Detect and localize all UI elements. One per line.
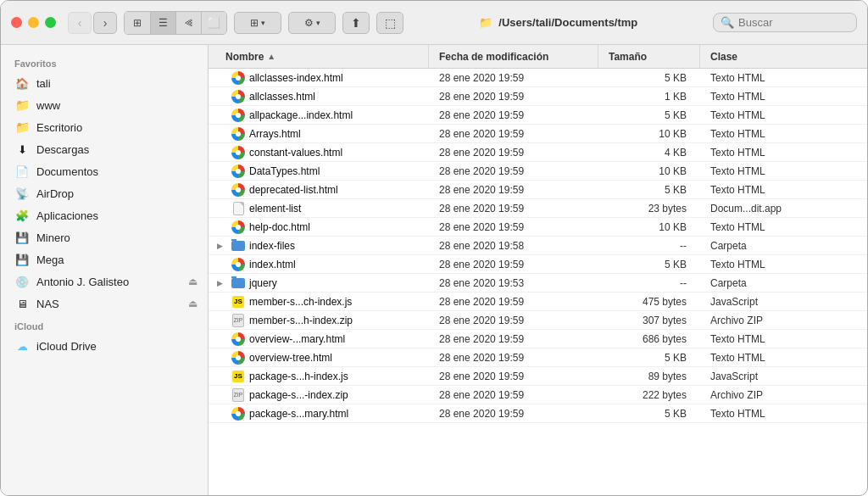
nas-icon: 🖥: [14, 296, 30, 311]
expand-arrow-icon[interactable]: ▶: [217, 242, 227, 250]
html-file-icon: [231, 146, 245, 159]
file-type-cell: Texto HTML: [700, 128, 867, 140]
maximize-button[interactable]: [45, 17, 56, 28]
file-type-cell: Docum...dit.app: [700, 203, 867, 215]
search-input[interactable]: [738, 16, 849, 29]
file-pane: Nombre ▲ Fecha de modificación Tamaño Cl…: [209, 45, 867, 495]
apps-icon: 🧩: [14, 208, 30, 223]
table-row[interactable]: overview-...mary.html 28 ene 2020 19:59 …: [209, 330, 867, 348]
sidebar-item-label: Documentos: [36, 165, 198, 178]
col-header-type[interactable]: Clase: [700, 51, 867, 63]
file-name-cell: package-s...mary.html: [209, 407, 429, 421]
sidebar-item-mega[interactable]: 💾 Mega: [1, 248, 208, 270]
table-row[interactable]: ZIP package-s...-index.zip 28 ene 2020 1…: [209, 386, 867, 404]
file-name-cell: ▶ jquery: [209, 276, 429, 290]
file-type-cell: Texto HTML: [700, 259, 867, 270]
view-list-button[interactable]: ☰: [150, 12, 175, 34]
eject-icon[interactable]: ⏏: [188, 298, 198, 309]
file-name-label: allclasses-index.html: [249, 72, 343, 84]
search-box[interactable]: 🔍: [713, 13, 857, 32]
folder-icon: 📁: [479, 16, 492, 29]
generic-file-icon: [233, 202, 244, 215]
drive-icon: 💾: [14, 230, 30, 245]
table-row[interactable]: JS package-s...h-index.js 28 ene 2020 19…: [209, 367, 867, 386]
sidebar-item-escritorio[interactable]: 📁 Escritorio: [1, 116, 208, 138]
sidebar-item-antonio[interactable]: 💿 Antonio J. Galisteo ⏏: [1, 270, 208, 293]
js-file-icon: JS: [232, 371, 244, 382]
sidebar-item-descargas[interactable]: ⬇ Descargas: [1, 138, 208, 160]
share-button[interactable]: ⬆: [342, 12, 370, 34]
html-file-icon: [231, 332, 245, 346]
view-cover-button[interactable]: ⬜: [201, 12, 226, 34]
zip-file-icon: ZIP: [232, 314, 244, 327]
file-name-label: member-s...ch-index.js: [249, 296, 352, 308]
file-date-cell: 28 ene 2020 19:59: [429, 333, 598, 345]
sidebar-item-documentos[interactable]: 📄 Documentos: [1, 160, 208, 182]
action-button[interactable]: ⚙ ▾: [288, 12, 336, 34]
file-size-cell: 23 bytes: [598, 203, 700, 215]
file-size-cell: 5 KB: [598, 259, 700, 270]
main-area: Favoritos 🏠 tali 📁 www 📁 Escritorio ⬇ De…: [1, 45, 867, 495]
table-row[interactable]: index.html 28 ene 2020 19:59 5 KB Texto …: [209, 255, 867, 274]
airdrop-icon: 📡: [14, 186, 30, 201]
forward-button[interactable]: ›: [93, 12, 117, 34]
house-icon: 🏠: [14, 75, 30, 91]
eject-icon[interactable]: ⏏: [188, 276, 198, 287]
file-date-cell: 28 ene 2020 19:59: [429, 72, 598, 84]
table-row[interactable]: Arrays.html 28 ene 2020 19:59 10 KB Text…: [209, 125, 867, 143]
sidebar-item-icloud-drive[interactable]: ☁ iCloud Drive: [1, 335, 208, 357]
file-date-cell: 28 ene 2020 19:59: [429, 408, 598, 420]
view-icon-button[interactable]: ⊞: [125, 12, 150, 34]
sidebar-item-minero[interactable]: 💾 Minero: [1, 226, 208, 248]
table-row[interactable]: deprecated-list.html 28 ene 2020 19:59 5…: [209, 181, 867, 199]
html-file-icon: [231, 71, 245, 85]
file-name-label: allpackage...index.html: [249, 109, 353, 121]
sidebar-item-nas[interactable]: 🖥 NAS ⏏: [1, 293, 208, 315]
file-name-cell: Arrays.html: [209, 127, 429, 141]
table-row[interactable]: ▶ index-files 28 ene 2020 19:58 -- Carpe…: [209, 237, 867, 255]
window-title: 📁 /Users/tali/Documents/tmp: [410, 16, 706, 29]
file-date-cell: 28 ene 2020 19:59: [429, 91, 598, 103]
table-row[interactable]: help-doc.html 28 ene 2020 19:59 10 KB Te…: [209, 218, 867, 237]
col-header-size[interactable]: Tamaño: [598, 45, 700, 68]
tag-button[interactable]: ⬚: [376, 12, 403, 34]
table-row[interactable]: allclasses.html 28 ene 2020 19:59 1 KB T…: [209, 87, 867, 106]
sidebar-item-aplicaciones[interactable]: 🧩 Aplicaciones: [1, 204, 208, 226]
file-type-cell: JavaScript: [700, 371, 867, 382]
table-row[interactable]: constant-values.html 28 ene 2020 19:59 4…: [209, 143, 867, 162]
back-button[interactable]: ‹: [68, 12, 92, 34]
sidebar-item-www[interactable]: 📁 www: [1, 94, 208, 116]
sidebar-item-tali[interactable]: 🏠 tali: [1, 72, 208, 94]
file-type-cell: Carpeta: [700, 240, 867, 252]
minimize-button[interactable]: [28, 17, 39, 28]
col-header-name[interactable]: Nombre ▲: [209, 45, 429, 68]
file-name-label: constant-values.html: [249, 147, 342, 159]
table-row[interactable]: ZIP member-s...h-index.zip 28 ene 2020 1…: [209, 311, 867, 330]
sidebar-item-airdrop[interactable]: 📡 AirDrop: [1, 182, 208, 204]
file-name-cell: JS member-s...ch-index.js: [209, 295, 429, 309]
search-icon: 🔍: [721, 16, 734, 29]
table-row[interactable]: package-s...mary.html 28 ene 2020 19:59 …: [209, 404, 867, 423]
table-row[interactable]: JS member-s...ch-index.js 28 ene 2020 19…: [209, 293, 867, 311]
html-file-icon: [231, 183, 245, 197]
close-button[interactable]: [11, 17, 22, 28]
table-row[interactable]: overview-tree.html 28 ene 2020 19:59 5 K…: [209, 348, 867, 367]
zip-file-icon: ZIP: [232, 388, 244, 402]
table-row[interactable]: element-list 28 ene 2020 19:59 23 bytes …: [209, 199, 867, 218]
table-row[interactable]: ▶ jquery 28 ene 2020 19:53 -- Carpeta: [209, 274, 867, 293]
file-name-cell: index.html: [209, 258, 429, 271]
file-type-cell: Archivo ZIP: [700, 315, 867, 326]
expand-arrow-icon[interactable]: ▶: [217, 279, 227, 287]
table-row[interactable]: allclasses-index.html 28 ene 2020 19:59 …: [209, 69, 867, 87]
view-column-button[interactable]: ⫷: [175, 12, 201, 34]
table-row[interactable]: allpackage...index.html 28 ene 2020 19:5…: [209, 106, 867, 125]
group-by-button[interactable]: ⊞ ▾: [234, 12, 281, 34]
file-name-cell: overview-...mary.html: [209, 332, 429, 346]
file-type-cell: Texto HTML: [700, 109, 867, 121]
col-header-date[interactable]: Fecha de modificación: [429, 45, 598, 68]
sidebar-item-label: Descargas: [36, 143, 198, 156]
file-name-label: member-s...h-index.zip: [249, 315, 353, 326]
file-size-cell: 5 KB: [598, 408, 700, 420]
view-buttons: ⊞ ☰ ⫷ ⬜: [124, 11, 227, 35]
table-row[interactable]: DataTypes.html 28 ene 2020 19:59 10 KB T…: [209, 162, 867, 181]
